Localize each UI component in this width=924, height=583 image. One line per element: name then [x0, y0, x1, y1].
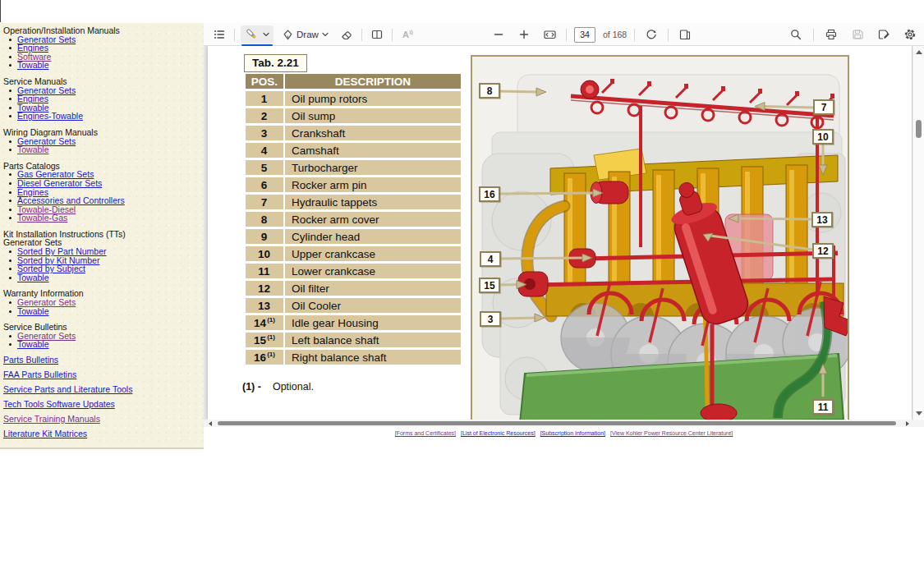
sidebar-item[interactable]: Engines-Towable	[3, 112, 199, 121]
table-row: 15(1)Left balance shaft	[246, 333, 461, 347]
table-tag: Tab. 2.21	[244, 54, 307, 72]
sidebar-link-service-training-manuals[interactable]: Service Training Manuals	[3, 414, 100, 424]
save-as-button[interactable]	[875, 25, 893, 44]
sidebar-item[interactable]: Towable	[3, 340, 199, 349]
sidebar-link-towable[interactable]: Towable	[17, 60, 49, 70]
toc-icon	[213, 28, 226, 41]
col-header-pos: POS.	[246, 74, 283, 89]
scroll-right-arrow[interactable]	[906, 421, 909, 426]
horizontal-scrollbar[interactable]	[204, 420, 924, 427]
diagram-callout: 16	[479, 186, 500, 202]
diagram-callout: 15	[479, 278, 500, 293]
highlight-button[interactable]	[242, 25, 260, 44]
rotate-button[interactable]	[642, 25, 660, 44]
sidebar-item[interactable]: Towable	[3, 307, 199, 316]
highlight-options-button[interactable]	[260, 25, 272, 44]
sidebar-item[interactable]: Towable	[3, 61, 199, 70]
table-row: 11Lower crankcase	[246, 264, 461, 278]
engine-diagram: 8 7 10 16 13 12 4 15 3 11	[471, 55, 849, 420]
sidebar-item[interactable]: Parts Bulletins	[3, 356, 199, 365]
zoom-out-button[interactable]	[490, 25, 508, 44]
sidebar-link-parts-bulletins[interactable]: Parts Bulletins	[3, 355, 58, 365]
table-row: 1Oil pump rotors	[246, 91, 461, 106]
sidebar-item[interactable]: Service Parts and Literature Tools	[3, 385, 199, 394]
engine-illustration	[472, 57, 848, 420]
sidebar-item[interactable]: Tech Tools Software Updates	[3, 400, 199, 409]
sidebar-link-faa-parts-bulletins[interactable]: FAA Parts Bulletins	[3, 370, 76, 379]
scroll-up-arrow[interactable]	[916, 50, 922, 54]
sidebar-item[interactable]: Service Training Manuals	[3, 415, 199, 424]
vertical-scrollbar[interactable]	[913, 46, 924, 420]
toolbar-divider	[234, 29, 235, 41]
pdf-toolbar: Draw	[204, 23, 924, 46]
rotate-icon	[645, 28, 658, 41]
footer-link-subscription-information[interactable]: [Subscription Information]	[540, 430, 605, 436]
toolbar-divider	[566, 29, 567, 41]
chevron-down-icon	[262, 30, 270, 39]
sidebar-item[interactable]: Literature Kit Matrices	[3, 429, 199, 438]
pdf-content-area: Tab. 2.21 POS. DESCRIPTION 1Oil pump rot…	[204, 46, 924, 420]
print-button[interactable]	[822, 25, 840, 44]
svg-text:A: A	[402, 30, 409, 39]
screen: Operation/Installation Manuals Generator…	[0, 0, 924, 583]
sidebar-link-literature-kit-matrices[interactable]: Literature Kit Matrices	[3, 429, 87, 438]
table-row: 12Oil filter	[246, 281, 461, 296]
page-number-input[interactable]	[574, 27, 595, 43]
diagram-callout: 12	[812, 243, 834, 259]
scroll-down-arrow[interactable]	[916, 411, 922, 415]
sidebar-link-engines-towable[interactable]: Engines-Towable	[17, 111, 83, 121]
page-layout-icon	[678, 28, 692, 41]
save-icon	[851, 28, 864, 41]
read-aloud-icon: A	[401, 28, 414, 41]
diagram-callout: 10	[812, 129, 834, 145]
sidebar-link-service-parts-literature-tools[interactable]: Service Parts and Literature Tools	[3, 384, 132, 394]
page-view-button[interactable]	[368, 25, 386, 44]
sidebar-item[interactable]: Towable-Gas	[3, 213, 199, 223]
diagram-callout: 4	[480, 251, 501, 267]
settings-button[interactable]	[901, 25, 919, 44]
sidebar-link-tech-tools-software-updates[interactable]: Tech Tools Software Updates	[3, 399, 115, 409]
sidebar-link-towable[interactable]: Towable	[17, 273, 49, 282]
footer-link-electronic-resources[interactable]: [List of Electronic Resources]	[461, 430, 536, 436]
search-button[interactable]	[787, 25, 805, 44]
erase-button[interactable]	[338, 25, 356, 44]
sidebar-item[interactable]: Towable	[3, 273, 199, 282]
diagram-callout: 11	[812, 399, 834, 415]
sidebar-link-towable-gas[interactable]: Towable-Gas	[17, 213, 67, 223]
document-outline-button[interactable]	[210, 25, 228, 44]
page-count-label: of 168	[603, 30, 627, 39]
page-layout-button[interactable]	[676, 25, 694, 44]
draw-tool-group[interactable]: Draw	[279, 25, 332, 44]
table-row: 7Hydraulic tappets	[246, 195, 461, 209]
two-page-view-icon	[370, 28, 384, 41]
scroll-left-arrow[interactable]	[209, 421, 212, 426]
vertical-scroll-thumb[interactable]	[916, 120, 922, 138]
diagram-callout: 3	[480, 311, 501, 327]
footnote-marker: (1) -	[242, 381, 261, 392]
table-row: 14(1)Idle gear Housing	[246, 315, 461, 330]
read-aloud-button[interactable]: A	[398, 25, 416, 44]
fit-to-width-button[interactable]	[540, 25, 559, 44]
zoom-in-button[interactable]	[515, 25, 533, 44]
minus-icon	[493, 29, 504, 40]
gear-icon	[903, 28, 917, 41]
sidebar-link-towable[interactable]: Towable	[17, 339, 49, 349]
sidebar-item[interactable]: FAA Parts Bulletins	[3, 370, 199, 379]
toolbar-divider	[361, 29, 362, 41]
sidebar-link-towable[interactable]: Towable	[17, 145, 49, 154]
table-row: 6Rocker arm pin	[246, 177, 461, 192]
sidebar-link-towable[interactable]: Towable	[17, 306, 49, 316]
footer-link-forms-certificates[interactable]: [Forms and Certificates]	[395, 430, 456, 436]
pdf-page: Tab. 2.21 POS. DESCRIPTION 1Oil pump rot…	[208, 46, 912, 420]
toolbar-divider	[668, 29, 669, 41]
footer-link-kohler-resource-center[interactable]: [View Kohler Power Resource Center Liter…	[610, 430, 733, 436]
table-row: 5Turbocharger	[246, 160, 461, 175]
col-header-description: DESCRIPTION	[285, 74, 461, 89]
sidebar-item[interactable]: Towable	[3, 145, 199, 154]
horizontal-scroll-thumb[interactable]	[218, 421, 896, 426]
diagram-callout: 7	[813, 99, 834, 115]
save-button[interactable]	[848, 25, 867, 44]
fit-width-icon	[543, 28, 557, 41]
draw-label: Draw	[297, 30, 319, 39]
highlight-tool-group[interactable]	[241, 25, 274, 44]
